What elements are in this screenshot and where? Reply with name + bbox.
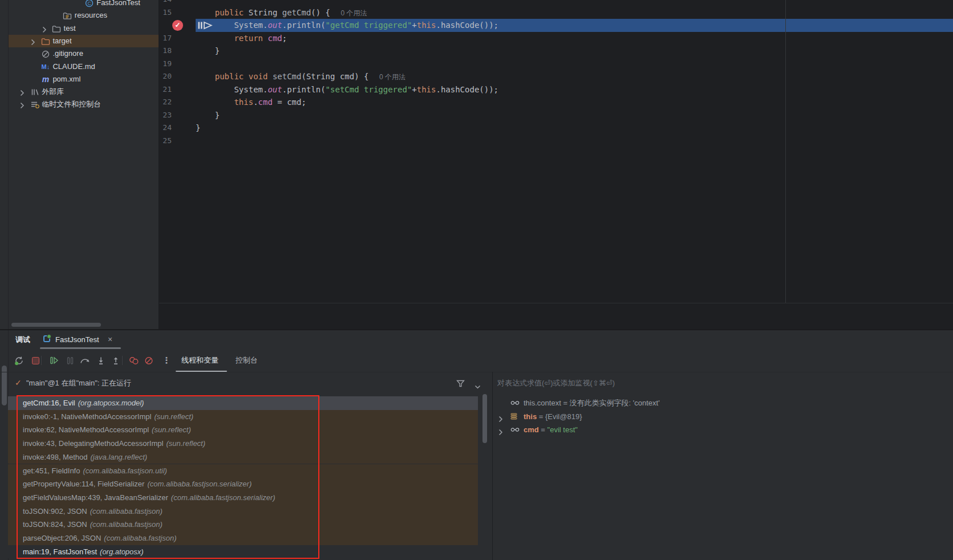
code-line-24[interactable]: } [196,121,200,135]
code-token: + [412,21,416,30]
editor-bottom-divider [159,303,953,303]
code-line-21[interactable]: System.out.println("setCmd triggered"+th… [196,83,498,96]
markdown-icon: M↓ [40,63,50,71]
frame-method: parseObject:206, JSON [23,534,101,542]
project-tree-hscrollbar[interactable] [11,323,101,327]
code-line-23[interactable]: } [196,109,220,122]
chevron-right-icon[interactable] [19,101,25,108]
code-editor[interactable]: 1415 public String getCmd() { 0 个用法✓ Sys… [159,0,953,329]
breakpoint-icon[interactable]: ✓ [172,20,183,31]
variable-row-this-context[interactable]: this.context = 没有此类实例字段: 'context' [493,396,953,410]
step-over-icon[interactable] [79,355,91,366]
view-breakpoints-icon[interactable] [128,355,140,366]
line-number-20[interactable]: 20 [159,70,172,83]
variable-icon [510,412,520,420]
line-number-14[interactable]: 14 [159,0,172,6]
frame-method: get:451, FieldInfo [23,466,80,475]
code-token: out [267,21,282,30]
tree-item-label: 临时文件和控制台 [42,98,101,111]
tree-item-resources[interactable]: resources [9,9,159,22]
line-number-25[interactable]: 25 [159,135,172,148]
tree-item-test[interactable]: test [9,22,159,35]
evaluate-expression-input[interactable]: 对表达式求值(⏎)或添加监视(⇧⌘⏎) [497,372,615,394]
frame-row-invoke-498[interactable]: invoke:498, Method(java.lang.reflect) [8,451,478,464]
toolbar-separator [41,356,42,365]
tree-item-fastjsontest[interactable]: CFastJsonTest [9,0,159,9]
chevron-down-icon[interactable] [475,381,481,391]
tree-item-gitignore[interactable]: .gitignore [9,47,159,60]
code-token: .println( [282,21,326,30]
variable-name: this.context [524,399,561,407]
rerun-icon[interactable] [13,355,25,366]
tree-item-pom-xml[interactable]: mpom.xml [9,73,159,86]
tree-item-临时文件和控制台[interactable]: 临时文件和控制台 [9,98,159,111]
code-token [196,98,234,107]
code-line-20[interactable]: public void setCmd(String cmd) { 0 个用法 [196,70,405,84]
code-token: } [196,111,220,120]
tree-item-label: target [52,35,71,47]
code-line-17[interactable]: return cmd; [196,32,287,45]
chevron-right-icon[interactable] [19,88,25,95]
tree-item-label: 外部库 [42,86,64,98]
code-line-15[interactable]: public String getCmd() { 0 个用法 [196,6,367,20]
code-line-22[interactable]: this.cmd = cmd; [196,96,306,109]
line-number-21[interactable]: 21 [159,83,172,96]
frame-row-invoke-62[interactable]: invoke:62, NativeMethodAccessorImpl(sun.… [8,423,478,437]
pause-icon[interactable] [64,355,76,366]
code-token: public [215,8,249,17]
code-token [196,34,234,43]
frames-vscrollbar[interactable] [482,394,487,443]
step-into-icon[interactable] [95,355,107,366]
stop-icon[interactable] [29,355,42,366]
tree-item-claude-md[interactable]: M↓CLAUDE.md [9,60,159,73]
tree-item-target[interactable]: target [9,35,159,47]
code-line-16[interactable]: System.out.println("getCmd triggered"+th… [196,19,498,32]
code-token [196,8,215,17]
frame-row-tojson-824[interactable]: toJSON:824, JSON(com.alibaba.fastjson) [8,518,478,531]
line-number-19[interactable]: 19 [159,58,172,71]
line-number-24[interactable]: 24 [159,121,172,135]
line-number-22[interactable]: 22 [159,96,172,109]
code-line-18[interactable]: } [196,44,220,58]
usages-hint[interactable]: 0 个用法 [340,9,367,17]
tree-item-外部库[interactable]: 外部库 [9,86,159,98]
frame-method: getFieldValuesMap:439, JavaBeanSerialize… [23,493,168,502]
more-icon[interactable]: ⋮ [160,355,173,366]
close-icon[interactable]: × [108,330,112,349]
code-token: setCmd [273,72,302,81]
frame-row-invoke-43[interactable]: invoke:43, DelegatingMethodAccessorImpl(… [8,437,478,451]
line-number-17[interactable]: 17 [159,32,172,45]
frame-package: (com.alibaba.fastjson.serializer) [171,493,275,502]
line-number-15[interactable]: 15 [159,6,172,19]
mute-breakpoints-icon[interactable] [143,355,155,366]
variable-text: this.context = 没有此类实例字段: 'context' [524,396,660,410]
frame-row-getpropertyvalue-114[interactable]: getPropertyValue:114, FieldSerializer(co… [8,477,478,491]
usages-hint[interactable]: 0 个用法 [379,73,405,81]
filter-icon[interactable] [456,379,465,389]
line-number-18[interactable]: 18 [159,44,172,58]
frame-row-invoke0-1[interactable]: invoke0:-1, NativeMethodAccessorImpl(sun… [8,410,478,424]
chevron-right-icon[interactable] [42,25,47,32]
step-out-icon[interactable] [110,355,122,366]
svg-text:C: C [88,1,91,6]
tab-threads-and-variables[interactable]: 线程和变量 [181,349,218,372]
frame-row-getfieldvaluesmap-439[interactable]: getFieldValuesMap:439, JavaBeanSerialize… [8,491,478,505]
frame-row-getcmd-16[interactable]: getCmd:16, Evil(org.atoposx.model) [8,396,478,410]
variable-row-cmd[interactable]: cmd = "evil test" [493,423,953,437]
tab-console[interactable]: 控制台 [236,349,258,372]
tab-fastjsontest-session[interactable]: FastJsonTest × [40,330,121,349]
frame-row-main-19[interactable]: main:19, FastJsonTest(org.atoposx) [8,545,478,559]
code-token: this [417,85,436,94]
tree-item-label: CLAUDE.md [52,60,95,73]
thread-status-bar[interactable]: ✓ "main"@1 在组"main": 正在运行 [9,372,492,394]
code-token: "setCmd triggered" [326,85,412,94]
chevron-right-icon[interactable] [498,427,503,440]
variable-row-this[interactable]: this = {Evil@819} [493,410,953,424]
frame-row-tojson-902[interactable]: toJSON:902, JSON(com.alibaba.fastjson) [8,505,478,518]
frame-row-parseobject-206[interactable]: parseObject:206, JSON(com.alibaba.fastjs… [8,531,478,545]
resume-icon[interactable] [48,355,60,366]
frame-package: (sun.reflect) [152,425,191,434]
frame-row-get-451[interactable]: get:451, FieldInfo(com.alibaba.fastjson.… [8,464,478,478]
line-number-23[interactable]: 23 [159,109,172,122]
chevron-right-icon[interactable] [30,38,36,44]
